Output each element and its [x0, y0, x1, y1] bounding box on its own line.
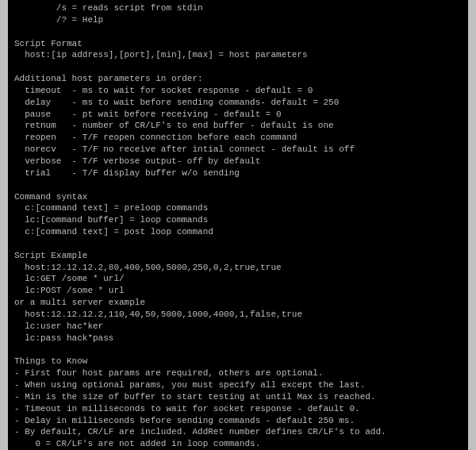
- terminal-area: C:\Users\Softpedia\Desktop\FSMax20>FSMax…: [10, 0, 466, 450]
- cmd-window: ■ Administrator: C:\Windows\system32\cmd…: [8, 0, 468, 450]
- terminal-content: C:\Users\Softpedia\Desktop\FSMax20>FSMax…: [14, 0, 462, 450]
